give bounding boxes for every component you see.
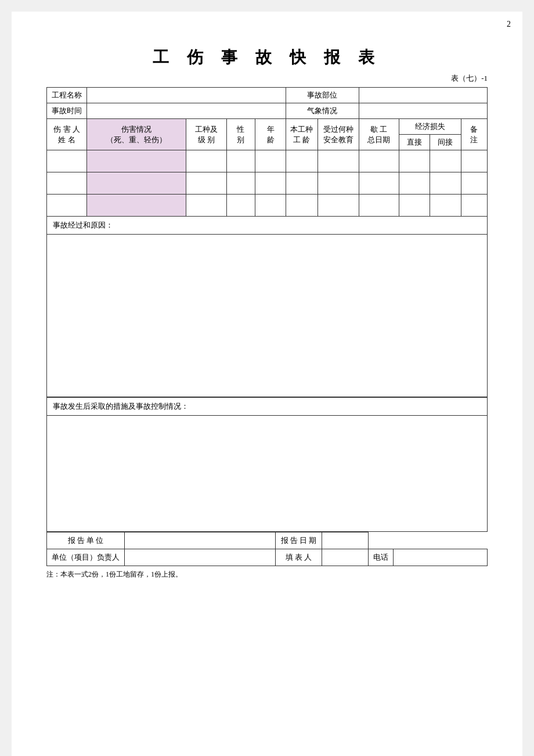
report-date-label: 报 告 日 期 — [276, 532, 322, 549]
cell-remarks-1[interactable] — [461, 150, 487, 172]
measures-title: 事故发生后采取的措施及事故控制情况： — [47, 398, 487, 415]
cell-gender-1[interactable] — [226, 150, 255, 172]
cell-gender-2[interactable] — [226, 172, 255, 195]
off-work-label: 歇 工 总日期 — [359, 119, 399, 150]
unit-head-label: 单位（项目）负责人 — [47, 549, 125, 566]
cell-edu-1[interactable] — [317, 150, 359, 172]
cell-offwork-2[interactable] — [359, 172, 399, 195]
report-unit-label: 报 告 单 位 — [47, 532, 125, 549]
unit-head-value[interactable] — [125, 549, 276, 566]
cell-injury-1[interactable] — [87, 150, 186, 172]
weather-label: 气象情况 — [286, 103, 359, 119]
cell-worktype-2[interactable] — [186, 172, 226, 195]
cell-injury-2[interactable] — [87, 172, 186, 195]
weather-value[interactable] — [359, 103, 487, 119]
table-ref: 表（七）-1 — [46, 73, 488, 84]
cell-offwork-1[interactable] — [359, 150, 399, 172]
cell-remarks-2[interactable] — [461, 172, 487, 195]
cell-indirect-3[interactable] — [430, 195, 461, 217]
phone-value[interactable] — [394, 549, 488, 566]
direct-label: 直接 — [399, 135, 430, 150]
injured-name-label: 伤 害 人 姓 名 — [47, 119, 87, 150]
cell-age-3[interactable] — [255, 195, 286, 217]
cell-age-2[interactable] — [255, 172, 286, 195]
cell-name-3[interactable] — [47, 195, 87, 217]
report-unit-value[interactable] — [125, 532, 276, 549]
form-filler-value[interactable] — [322, 549, 369, 566]
bottom-table: 报 告 单 位 报 告 日 期 单位（项目）负责人 填 表 人 电话 — [46, 532, 488, 566]
cell-age-1[interactable] — [255, 150, 286, 172]
note: 注：本表一式2份，1份工地留存，1份上报。 — [46, 570, 488, 579]
table-row — [47, 195, 488, 217]
cell-worktype-3[interactable] — [186, 195, 226, 217]
cell-edu-2[interactable] — [317, 172, 359, 195]
cell-indirect-2[interactable] — [430, 172, 461, 195]
phone-label: 电话 — [369, 549, 394, 566]
cell-injury-3[interactable] — [87, 195, 186, 217]
main-table: 工程名称 事故部位 事故时间 气象情况 伤 害 人 姓 名 伤害情况 （死、重、… — [46, 87, 488, 217]
accident-time-value[interactable] — [87, 103, 286, 119]
accident-location-value[interactable] — [359, 88, 487, 103]
cell-direct-3[interactable] — [399, 195, 430, 217]
cell-workage-1[interactable] — [286, 150, 317, 172]
table-row — [47, 150, 488, 172]
cell-name-2[interactable] — [47, 172, 87, 195]
page-number: 2 — [507, 20, 511, 29]
safety-edu-label: 受过何种 安全教育 — [317, 119, 359, 150]
cell-workage-2[interactable] — [286, 172, 317, 195]
cell-indirect-1[interactable] — [430, 150, 461, 172]
accident-reason-section: 事故经过和原因： — [46, 217, 488, 397]
indirect-label: 间接 — [430, 135, 461, 150]
work-type-label: 工种及 级 别 — [186, 119, 226, 150]
cell-edu-3[interactable] — [317, 195, 359, 217]
gender-label: 性 别 — [226, 119, 255, 150]
cell-direct-2[interactable] — [399, 172, 430, 195]
project-name-label: 工程名称 — [47, 88, 87, 103]
measures-content[interactable] — [47, 415, 487, 531]
cell-direct-1[interactable] — [399, 150, 430, 172]
cell-name-1[interactable] — [47, 150, 87, 172]
accident-reason-title: 事故经过和原因： — [47, 217, 487, 234]
page: 2 工 伤 事 故 快 报 表 表（七）-1 工程名称 事故部位 事故时间 — [12, 12, 522, 756]
cell-worktype-1[interactable] — [186, 150, 226, 172]
table-row — [47, 172, 488, 195]
accident-location-label: 事故部位 — [286, 88, 359, 103]
cell-offwork-3[interactable] — [359, 195, 399, 217]
cell-remarks-3[interactable] — [461, 195, 487, 217]
cell-workage-3[interactable] — [286, 195, 317, 217]
page-title: 工 伤 事 故 快 报 表 — [46, 46, 488, 69]
accident-time-label: 事故时间 — [47, 103, 87, 119]
measures-section: 事故发生后采取的措施及事故控制情况： — [46, 397, 488, 532]
report-date-value[interactable] — [322, 532, 369, 549]
injury-type-label: 伤害情况 （死、重、轻伤） — [87, 119, 186, 150]
economic-loss-label: 经济损失 — [399, 119, 461, 135]
accident-reason-content[interactable] — [47, 234, 487, 397]
remarks-label: 备 注 — [461, 119, 487, 150]
form-filler-label: 填 表 人 — [276, 549, 322, 566]
cell-gender-3[interactable] — [226, 195, 255, 217]
age-label: 年 龄 — [255, 119, 286, 150]
project-name-value[interactable] — [87, 88, 286, 103]
work-age-label: 本工种 工 龄 — [286, 119, 317, 150]
